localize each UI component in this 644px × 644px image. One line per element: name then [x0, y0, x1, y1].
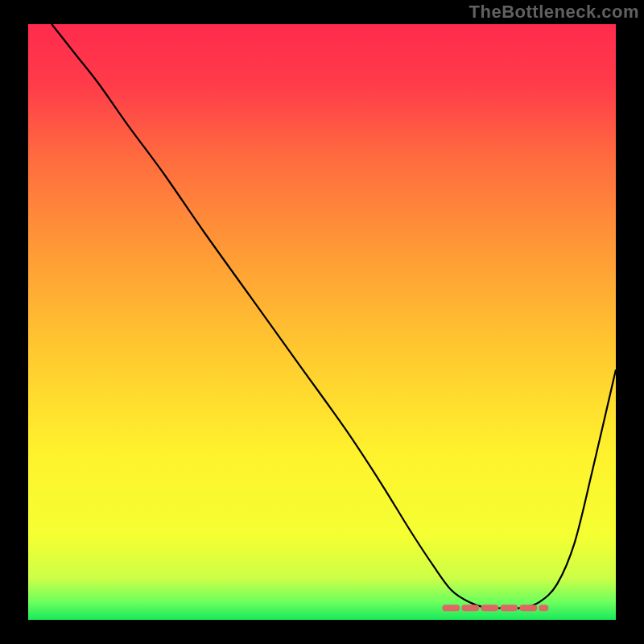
watermark-text: TheBottleneck.com — [469, 2, 639, 23]
bottleneck-curve — [28, 24, 616, 620]
chart-container: TheBottleneck.com — [0, 0, 644, 644]
plot-area — [28, 24, 616, 620]
